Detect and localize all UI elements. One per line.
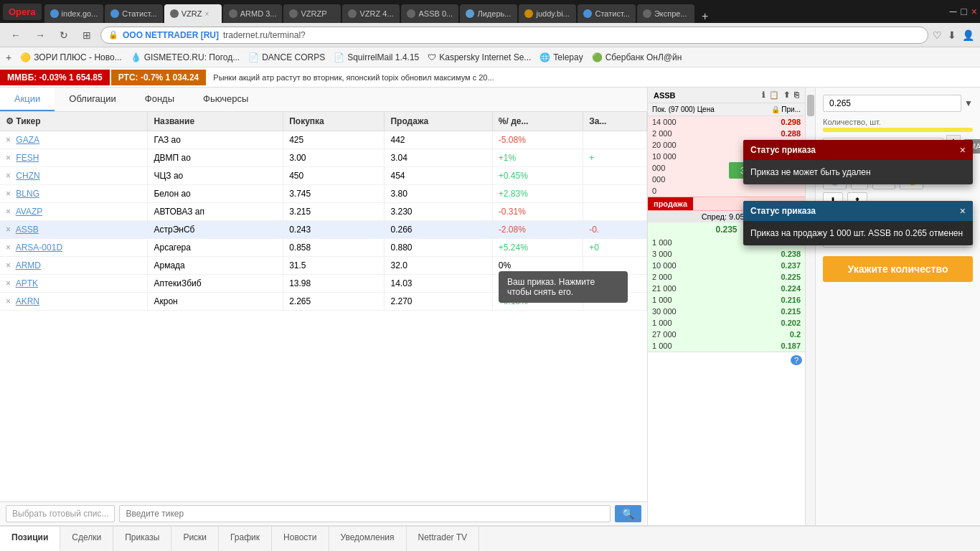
help-icon[interactable]: ? bbox=[791, 355, 802, 365]
info-icon[interactable]: ℹ bbox=[762, 90, 765, 100]
ticker-cell[interactable]: × APTK bbox=[0, 275, 148, 293]
ticker-link[interactable]: CHZN bbox=[16, 171, 39, 181]
buy-order-row[interactable]: 1 0000.187 bbox=[648, 340, 805, 352]
col-extra[interactable]: За... bbox=[583, 112, 647, 131]
ticker-cell[interactable]: × AKRN bbox=[0, 293, 148, 311]
submit-order-button[interactable]: Укажите количество bbox=[823, 256, 973, 282]
ticker-search-input[interactable] bbox=[119, 505, 611, 522]
back-button[interactable]: ← bbox=[6, 27, 26, 43]
search-button[interactable]: 🔍 bbox=[615, 505, 641, 522]
tab-bonds[interactable]: Облигации bbox=[55, 88, 130, 111]
reload-button[interactable]: ↻ bbox=[55, 27, 73, 43]
price-dropdown-icon[interactable]: ▼ bbox=[964, 98, 973, 108]
ticker-link[interactable]: AVAZP bbox=[16, 207, 43, 217]
ticker-cell[interactable]: × FESH bbox=[0, 149, 148, 167]
tab-2[interactable]: Статист... bbox=[105, 4, 162, 23]
ticker-link[interactable]: ASSB bbox=[16, 225, 39, 235]
tab-funds[interactable]: Фонды bbox=[131, 88, 189, 111]
tab-1[interactable]: index.go... bbox=[44, 4, 104, 23]
user-icon[interactable]: 👤 bbox=[962, 29, 974, 41]
remove-ticker-icon[interactable]: × bbox=[6, 278, 11, 288]
tab-stat2[interactable]: Статист... bbox=[578, 4, 635, 23]
ticker-link[interactable]: ARSA-001D bbox=[16, 242, 62, 253]
ready-list-dropdown[interactable]: Выбрать готовый спис... bbox=[6, 505, 115, 522]
buy-order-row[interactable]: 1 0000.202 bbox=[648, 317, 805, 329]
ticker-link[interactable]: AKRN bbox=[16, 296, 39, 306]
tab-leader[interactable]: Лидерь... bbox=[460, 4, 517, 23]
table-row[interactable]: × FESH ДВМП ао 3.00 3.04 +1% + bbox=[0, 149, 647, 167]
buy-order-row[interactable]: 27 0000.2 bbox=[648, 329, 805, 340]
sell-order-row[interactable]: 2 0000.288 bbox=[648, 128, 805, 139]
col-name[interactable]: Название bbox=[148, 112, 283, 131]
buy-order-row[interactable]: 30 0000.215 bbox=[648, 306, 805, 317]
grid-button[interactable]: ⊞ bbox=[77, 27, 96, 43]
table-row[interactable]: × CHZN ЧЦЗ ао 450 454 +0.45% bbox=[0, 167, 647, 185]
forward-button[interactable]: → bbox=[30, 27, 50, 43]
bottom-tab-chart[interactable]: График bbox=[219, 527, 272, 551]
opera-logo[interactable]: Opera bbox=[3, 4, 42, 20]
bookmark-dance-corps[interactable]: 📄 DANCE CORPS bbox=[248, 52, 325, 62]
table-row[interactable]: × ARSA-001D Арсагера 0.858 0.880 +5.24% … bbox=[0, 239, 647, 257]
download-icon[interactable]: ⬇ bbox=[948, 29, 956, 41]
maximize-button[interactable]: □ bbox=[961, 6, 966, 17]
ticker-cell[interactable]: × ASSB bbox=[0, 221, 148, 239]
popup2-close-button[interactable]: × bbox=[960, 205, 966, 217]
col-sell[interactable]: Продажа bbox=[385, 112, 492, 131]
ticker-cell[interactable]: × AVAZP bbox=[0, 203, 148, 221]
tab-assb[interactable]: ASSB 0... bbox=[401, 4, 458, 23]
ticker-link[interactable]: APTK bbox=[16, 278, 38, 288]
bookmark-kaspersky[interactable]: 🛡 Kaspersky Internet Se... bbox=[428, 52, 531, 62]
remove-ticker-icon[interactable]: × bbox=[6, 225, 11, 235]
remove-ticker-icon[interactable]: × bbox=[6, 153, 11, 163]
buy-order-row[interactable]: 1 0000.216 bbox=[648, 294, 805, 306]
bookmark-sberbank[interactable]: 🟢 Сбербанк ОнЛ@йн bbox=[592, 52, 682, 62]
ticker-cell[interactable]: × GAZA bbox=[0, 131, 148, 149]
sell-order-row[interactable]: 0 bbox=[648, 185, 805, 197]
upload-icon[interactable]: ⬆ bbox=[783, 90, 790, 100]
ticker-cell[interactable]: × ARSA-001D bbox=[0, 239, 148, 257]
remove-ticker-icon[interactable]: × bbox=[6, 296, 11, 306]
tab-juddy[interactable]: juddy.bi... bbox=[519, 4, 576, 23]
remove-ticker-icon[interactable]: × bbox=[6, 207, 11, 217]
buy-order-row[interactable]: 10 0000.237 bbox=[648, 260, 805, 271]
table-row[interactable]: × ASSB АстрЭнСб 0.243 0.266 -2.08% -0. bbox=[0, 221, 647, 239]
bookmark-zori[interactable]: 🟡 ЗОРИ ПЛЮС - Ново... bbox=[20, 52, 121, 62]
bottom-tab-nettradertv[interactable]: Nettrader TV bbox=[407, 527, 479, 551]
popup1-close-button[interactable]: × bbox=[960, 144, 966, 156]
table-row[interactable]: × AVAZP АВТОВАЗ ап 3.215 3.230 -0.31% bbox=[0, 203, 647, 221]
tab-vzrz2[interactable]: VZRZ 4... bbox=[342, 4, 400, 23]
qty-slider-track[interactable] bbox=[823, 128, 973, 132]
remove-ticker-icon[interactable]: × bbox=[6, 189, 11, 199]
tab-futures[interactable]: Фьючерсы bbox=[189, 88, 263, 111]
buy-order-row[interactable]: 2 0000.225 bbox=[648, 271, 805, 283]
add-bookmark-button[interactable]: + bbox=[6, 52, 11, 63]
sell-order-row[interactable]: 14 0000.298 bbox=[648, 116, 805, 128]
tab-stocks[interactable]: Акции bbox=[0, 88, 55, 111]
table-icon[interactable]: 📋 bbox=[769, 90, 779, 100]
col-pct[interactable]: %/ де... bbox=[492, 112, 583, 131]
ticker-cell[interactable]: × CHZN bbox=[0, 167, 148, 185]
ticker-link[interactable]: ARMD bbox=[16, 260, 41, 270]
table-row[interactable]: × BLNG Белон ао 3.745 3.80 +2.83% bbox=[0, 185, 647, 203]
bookmark-telepay[interactable]: 🌐 Telepay bbox=[540, 52, 583, 62]
ticker-link[interactable]: FESH bbox=[16, 153, 39, 163]
sell-button[interactable]: продажа bbox=[648, 197, 693, 210]
buy-order-row[interactable]: 3 0000.238 bbox=[648, 248, 805, 260]
remove-ticker-icon[interactable]: × bbox=[6, 135, 11, 145]
table-row[interactable]: × GAZA ГАЗ ао 425 442 -5.08% bbox=[0, 131, 647, 149]
ticker-cell[interactable]: × BLNG bbox=[0, 185, 148, 203]
close-window-button[interactable]: × bbox=[971, 6, 977, 17]
bottom-tab-risks[interactable]: Риски bbox=[171, 527, 219, 551]
bottom-tab-positions[interactable]: Позиции bbox=[0, 527, 60, 551]
address-bar[interactable]: 🔒 ООО NETTRADER [RU] tradernet.ru/termin… bbox=[100, 27, 928, 44]
bookmark-squirrelmail[interactable]: 📄 SquirrelMail 1.4.15 bbox=[334, 52, 419, 62]
minimize-button[interactable]: ─ bbox=[949, 6, 956, 17]
scrollbar-thumb[interactable] bbox=[807, 95, 814, 116]
bookmark-gismeteo[interactable]: 💧 GISMETEO.RU: Погод... bbox=[131, 52, 240, 62]
tab-express[interactable]: Экспре... bbox=[637, 4, 694, 23]
ticker-cell[interactable]: × ARMD bbox=[0, 257, 148, 275]
bottom-tab-news[interactable]: Новости bbox=[272, 527, 329, 551]
col-ticker[interactable]: ⚙ Тикер bbox=[0, 112, 148, 131]
ticker-link[interactable]: BLNG bbox=[16, 189, 39, 199]
remove-ticker-icon[interactable]: × bbox=[6, 260, 11, 270]
